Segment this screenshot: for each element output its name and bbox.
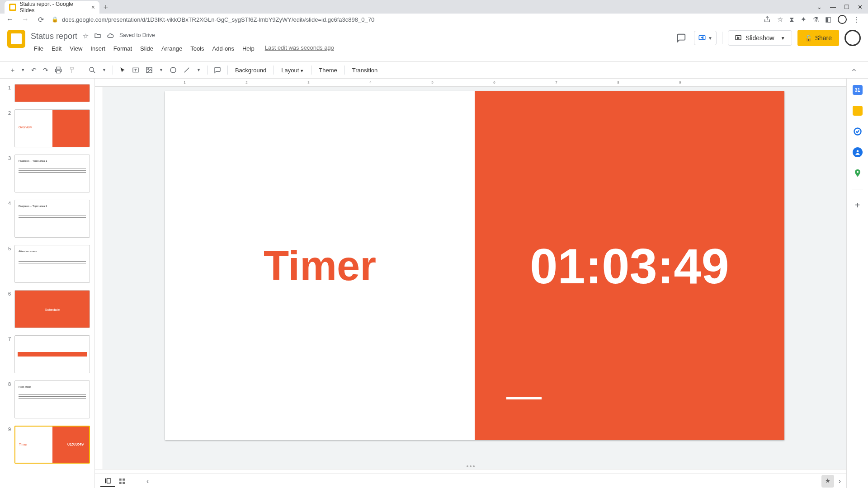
notes-resize-handle[interactable] [467,465,475,467]
theme-button[interactable]: Theme [315,65,340,75]
side-panel: 31 + [846,79,868,488]
chevron-down-icon: ▼ [781,36,785,41]
menu-insert[interactable]: Insert [87,44,108,53]
share-button[interactable]: 🔒 Share [797,30,839,46]
slide-thumb-6[interactable]: Schedule [14,290,90,328]
slide-num: 3 [5,155,11,192]
slide-title-text[interactable]: Timer [264,242,376,290]
menu-addons[interactable]: Add-ons [209,44,237,53]
menu-format[interactable]: Format [110,44,135,53]
grid-view-button[interactable] [115,476,129,487]
new-tab-button[interactable]: + [99,1,112,14]
chevron-down-icon[interactable]: ⌄ [817,4,822,10]
new-slide-dropdown[interactable]: ▼ [18,66,28,74]
last-edit-link[interactable]: Last edit was seconds ago [265,44,334,53]
close-window-icon[interactable]: ✕ [858,4,863,10]
comments-button[interactable] [674,31,689,45]
zoom-button[interactable] [86,65,99,75]
menu-slide[interactable]: Slide [137,44,156,53]
bottom-bar: ‹ › [95,474,846,488]
collapse-sidepanel-button[interactable]: › [839,477,841,485]
background-button[interactable]: Background [231,65,270,75]
slide-thumb-9[interactable]: Timer01:03:49 [14,426,90,464]
browser-tab[interactable]: Status report - Google Slides × [5,1,99,14]
slide-thumb-7[interactable] [14,335,90,373]
redo-button[interactable]: ↷ [40,65,51,75]
textbox-tool[interactable] [129,65,142,75]
slide-num: 8 [5,380,11,418]
shape-tool[interactable] [167,65,179,75]
forward-icon[interactable]: → [21,15,30,23]
layout-button[interactable]: Layout▼ [278,65,307,75]
slide-canvas[interactable]: Timer 01:03:49 [165,91,784,440]
collapse-filmstrip-button[interactable]: ‹ [143,475,152,487]
select-tool[interactable] [117,65,128,75]
toolbar: + ▼ ↶ ↷ ▼ ▼ ▼ Background Layout▼ Theme T… [0,61,868,79]
paint-format-button[interactable] [66,65,78,75]
canvas-area: 123456789 Timer 01:03:49 Click to add sp… [95,79,846,488]
present-mode-button[interactable]: ▼ [694,31,717,45]
image-dropdown[interactable]: ▼ [156,66,166,74]
menu-edit[interactable]: Edit [48,44,65,53]
slideshow-button[interactable]: Slideshow ▼ [728,30,792,46]
zoom-dropdown[interactable]: ▼ [99,66,109,74]
doc-info: Status report ☆ Saved to Drive File Edit… [31,30,334,53]
explore-button[interactable] [821,475,834,488]
transition-button[interactable]: Transition [349,65,382,75]
maps-icon[interactable] [853,168,863,178]
filmstrip-view-button[interactable] [100,475,115,487]
print-button[interactable] [52,65,65,75]
line-tool[interactable] [180,65,193,75]
slides-logo-icon[interactable] [7,30,25,48]
keep-icon[interactable] [853,106,863,116]
comment-tool[interactable] [211,65,224,75]
calendar-icon[interactable]: 31 [853,85,863,95]
slide-thumb-2[interactable]: Overview [14,109,90,147]
minimize-icon[interactable]: — [830,4,836,10]
move-icon[interactable] [94,32,101,40]
cloud-icon[interactable] [107,32,114,40]
slide-thumb-1[interactable] [14,84,90,102]
menu-arrange[interactable]: Arrange [158,44,185,53]
share-page-icon[interactable] [764,16,771,23]
add-addon-button[interactable]: + [855,200,860,211]
chrome-menu-icon[interactable]: ⋮ [853,15,860,23]
tasks-icon[interactable] [853,127,863,136]
slide-panel[interactable]: 1 2 Overview 3 Progress – Topic area 1 4… [0,79,95,488]
hourglass-icon[interactable]: ⧗ [789,15,794,23]
menu-view[interactable]: View [66,44,85,53]
menu-tools[interactable]: Tools [187,44,207,53]
contacts-icon[interactable] [853,147,863,157]
hide-menus-button[interactable] [848,65,860,75]
star-icon[interactable]: ☆ [83,32,89,40]
line-dropdown[interactable]: ▼ [194,66,203,74]
reload-icon[interactable]: ⟳ [36,15,45,24]
back-icon[interactable]: ← [5,15,14,23]
sidepanel-icon[interactable]: ◧ [825,15,831,23]
bookmark-icon[interactable]: ☆ [777,15,783,23]
doc-title[interactable]: Status report [31,32,77,41]
maximize-icon[interactable]: ☐ [844,4,849,10]
slide-thumb-4[interactable]: Progress – Topic area 2 [14,200,90,238]
address-bar: ← → ⟳ 🔒 docs.google.com/presentation/d/1… [0,14,868,25]
horizontal-ruler: 123456789 [95,79,846,87]
slide-thumb-8[interactable]: Next steps [14,380,90,418]
extensions-icon[interactable]: ✦ [801,15,807,23]
labs-flask-icon[interactable]: ⚗ [813,15,819,23]
svg-rect-10 [107,478,110,483]
menu-help[interactable]: Help [239,44,258,53]
slide-thumb-3[interactable]: Progress – Topic area 1 [14,155,90,192]
menu-file[interactable]: File [31,44,47,53]
close-tab-icon[interactable]: × [91,4,95,11]
account-avatar-icon[interactable] [844,30,861,46]
slide-thumb-5[interactable]: Attention areas [14,245,90,283]
slide-num: 2 [5,109,11,147]
image-tool[interactable] [143,65,156,75]
new-slide-button[interactable]: + [8,65,17,75]
slide-stage[interactable]: Timer 01:03:49 [103,87,846,469]
url-box[interactable]: 🔒 docs.google.com/presentation/d/1D3IKt-… [52,16,757,23]
timer-value-text[interactable]: 01:03:49 [530,237,729,295]
slide-num: 9 [5,426,11,464]
profile-avatar-icon[interactable] [838,15,847,24]
undo-button[interactable]: ↶ [28,65,39,75]
